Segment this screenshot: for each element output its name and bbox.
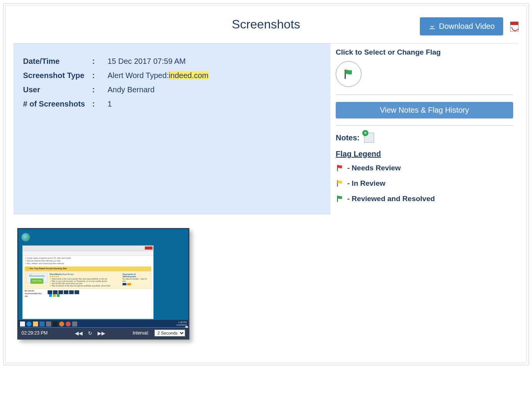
- flag-selector[interactable]: [336, 61, 361, 87]
- meta-row-type: Screenshot Type : Alert Word Typed:indee…: [23, 71, 320, 80]
- thumb-desktop-app-icon: [22, 233, 30, 241]
- meta-label-user: User: [23, 85, 92, 94]
- interval-select[interactable]: 2 Seconds: [154, 330, 185, 336]
- download-video-label: Download Video: [439, 22, 495, 31]
- thumb-pay-icons: [123, 283, 149, 285]
- thumb-visit-btn: VISIT SITE: [30, 278, 44, 284]
- legend-text-red: - Needs Review: [347, 164, 401, 172]
- flag-icon-green-legend: [336, 195, 344, 203]
- meta-row-user: User : Andy Bernard: [23, 85, 320, 94]
- meta-label-datetime: Date/Time: [23, 57, 92, 66]
- thumb-url-bar: [23, 251, 153, 256]
- flag-icon-yellow: [336, 179, 344, 188]
- thumb-window-chrome: [23, 246, 153, 251]
- forward-icon[interactable]: ▶▶: [98, 330, 105, 336]
- meta-value-type: Alert Word Typed:indeed.com: [108, 71, 320, 80]
- type-highlight: indeed.com: [169, 71, 208, 80]
- notes-label: Notes:: [336, 133, 360, 142]
- legend-item-red: - Needs Review: [336, 164, 513, 172]
- flag-panel: Click to Select or Change Flag View Note…: [330, 43, 519, 215]
- thumb-rec-title: My friends recommended this site: [25, 290, 45, 298]
- header-row: Screenshots Download Video: [13, 13, 519, 43]
- page-title: Screenshots: [232, 17, 300, 32]
- thumb-time: 02:29:23 PM: [22, 330, 48, 336]
- taskbar-chrome-icon: [66, 321, 71, 326]
- metadata-table: Date/Time : 15 Dec 2017 07:59 AM Screens…: [23, 57, 320, 108]
- download-video-button[interactable]: Download Video: [420, 17, 503, 35]
- thumb-card-right: Payments & Withdrawals No deposit needed…: [123, 273, 149, 287]
- meta-value-count: 1: [108, 100, 320, 108]
- thumb-top-checks: A wide variety of games across PC, Mac a…: [25, 257, 151, 265]
- thumbnails-area: A wide variety of games across PC, Mac a…: [13, 215, 519, 355]
- refresh-icon[interactable]: ↻: [88, 330, 92, 336]
- meta-label-count: # of Screenshots: [23, 100, 92, 108]
- separator-1: [336, 95, 513, 95]
- meta-row-count: # of Screenshots : 1: [23, 100, 320, 108]
- download-icon: [428, 23, 436, 30]
- notes-row: Notes:: [336, 133, 513, 143]
- taskbar-folder-icon: [33, 321, 38, 326]
- thumb-browser-window: A wide variety of games across PC, Mac a…: [22, 245, 154, 319]
- taskbar-windows-icon: [20, 321, 25, 326]
- taskbar-time: 1:38 PM 1/19/2018: [176, 321, 187, 326]
- thumb-small-previews: [48, 290, 79, 294]
- inner-panel: Screenshots Download Video Date/Time :: [5, 5, 527, 363]
- legend-text-yellow: - In Review: [347, 179, 385, 188]
- add-note-icon[interactable]: [364, 133, 374, 143]
- thumb-platform-icons: [49, 294, 60, 297]
- rewind-icon[interactable]: ◀◀: [75, 330, 83, 336]
- thumb-banner: 🏆 Our Top Rated Social Gaming Site: [25, 266, 151, 271]
- flag-select-label: Click to Select or Change Flag: [336, 48, 513, 57]
- meta-value-datetime: 15 Dec 2017 07:59 AM: [108, 57, 320, 66]
- content-row: Date/Time : 15 Dec 2017 07:59 AM Screens…: [13, 43, 519, 215]
- type-prefix: Alert Word Typed:: [108, 71, 169, 80]
- thumb-mid-checks: Slotomania is the most popular free slot…: [50, 278, 120, 287]
- screenshot-thumbnail[interactable]: A wide variety of games across PC, Mac a…: [17, 228, 189, 340]
- taskbar-misc-icon: [46, 321, 51, 326]
- meta-label-type: Screenshot Type: [23, 71, 92, 80]
- pdf-icon[interactable]: [510, 22, 519, 32]
- taskbar-app-icon: [72, 321, 77, 326]
- thumb-card-mid: SlotoMania Read Review ★★★★★ Slotomania …: [50, 273, 120, 287]
- thumb-controls: 02:29:23 PM ◀◀ ↻ ▶▶ Interval: 2 Seconds: [18, 328, 188, 338]
- view-history-button[interactable]: View Notes & Flag History: [336, 102, 513, 118]
- thumb-logo: Slotomania VISIT SITE: [27, 273, 47, 283]
- legend-text-green: - Reviewed and Resolved: [347, 195, 435, 203]
- flag-icon-green: [343, 68, 355, 80]
- legend-item-green: - Reviewed and Resolved: [336, 195, 513, 203]
- header-actions: Download Video: [420, 17, 519, 35]
- flag-icon-red: [336, 164, 344, 172]
- legend-title: Flag Legend: [336, 150, 513, 158]
- meta-value-user: Andy Bernard: [108, 85, 320, 94]
- metadata-panel: Date/Time : 15 Dec 2017 07:59 AM Screens…: [13, 43, 330, 215]
- meta-row-datetime: Date/Time : 15 Dec 2017 07:59 AM: [23, 57, 320, 66]
- taskbar-firefox-icon: [59, 321, 64, 326]
- interval-label: Interval:: [133, 330, 149, 336]
- taskbar-dark-icon: [53, 321, 58, 326]
- separator-2: [336, 125, 513, 126]
- legend-item-yellow: - In Review: [336, 179, 513, 188]
- thumb-taskbar: 1:38 PM 1/19/2018: [18, 320, 188, 328]
- thumb-page-body: A wide variety of games across PC, Mac a…: [23, 256, 153, 299]
- outer-panel: Screenshots Download Video Date/Time :: [3, 3, 529, 365]
- thumb-card: Slotomania VISIT SITE SlotoMania Read Re…: [25, 271, 151, 289]
- taskbar-ie-icon: [27, 321, 31, 326]
- taskbar-mail-icon: [40, 321, 45, 326]
